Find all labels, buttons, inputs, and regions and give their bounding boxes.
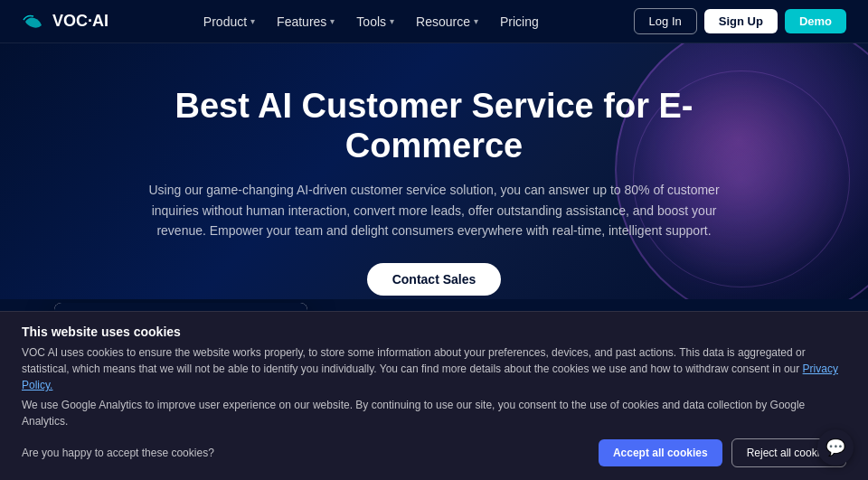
nav-tools[interactable]: Tools ▾: [356, 14, 394, 29]
hero-heading: Best AI Customer Service for E-Commerce: [127, 87, 741, 165]
cookie-banner: This website uses cookies VOC AI uses co…: [0, 311, 868, 480]
nav-features[interactable]: Features ▾: [277, 14, 335, 29]
logo[interactable]: VOC·AI: [22, 12, 108, 31]
nav-resource[interactable]: Resource ▾: [416, 14, 478, 29]
login-button[interactable]: Log In: [634, 8, 697, 34]
chevron-down-icon: ▾: [330, 16, 335, 26]
contact-sales-button[interactable]: Contact Sales: [367, 263, 502, 296]
cookie-actions: Are you happy to accept these cookies? A…: [22, 438, 846, 467]
cookie-question: Are you happy to accept these cookies?: [22, 447, 590, 459]
navigation: VOC·AI Product ▾ Features ▾ Tools ▾ Reso…: [0, 0, 868, 43]
chevron-down-icon: ▾: [474, 16, 478, 26]
chat-widget-icon: 💬: [826, 438, 845, 457]
hero-section: Best AI Customer Service for E-Commerce …: [0, 43, 868, 299]
cookie-analytics-text: We use Google Analytics to improve user …: [22, 397, 846, 429]
nav-pricing[interactable]: Pricing: [500, 14, 539, 29]
nav-links: Product ▾ Features ▾ Tools ▾ Resource ▾ …: [137, 14, 605, 29]
signup-button[interactable]: Sign Up: [704, 9, 778, 33]
accept-cookies-button[interactable]: Accept all cookies: [599, 439, 722, 466]
nav-product[interactable]: Product ▾: [203, 14, 255, 29]
chat-widget-button[interactable]: 💬: [817, 429, 854, 466]
cookie-title: This website uses cookies: [22, 325, 846, 339]
chevron-down-icon: ▾: [390, 16, 394, 26]
cookie-text-main: VOC AI uses cookies to ensure the websit…: [22, 344, 846, 393]
demo-button[interactable]: Demo: [785, 9, 846, 33]
hero-subtitle: Using our game-changing AI-driven custom…: [145, 180, 723, 240]
nav-buttons: Log In Sign Up Demo: [634, 8, 846, 34]
chevron-down-icon: ▾: [250, 16, 255, 26]
logo-text: VOC·AI: [52, 12, 108, 31]
